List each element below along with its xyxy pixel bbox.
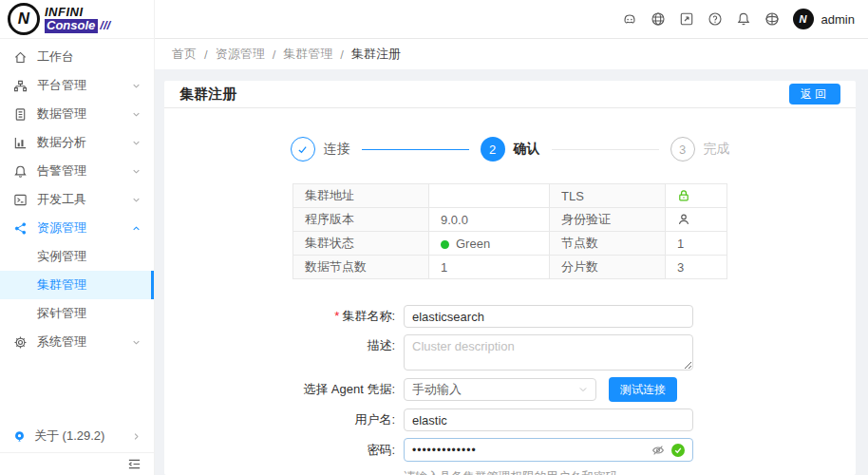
sidebar-item-label: 系统管理: [37, 333, 86, 351]
password-field: [404, 438, 693, 462]
info-label: 集群状态: [293, 232, 429, 256]
sidebar-item-label: 集群管理: [37, 276, 86, 294]
chevron-up-icon: [132, 224, 141, 233]
eye-invisible-icon[interactable]: [651, 444, 665, 457]
sidebar-item-probes[interactable]: 探针管理: [0, 299, 154, 328]
form-row-agent-credential: 选择 Agent 凭据: 手动输入 测试连接: [164, 377, 856, 402]
step-label: 连接: [324, 141, 350, 158]
chevron-down-icon: [132, 110, 141, 119]
green-status-dot: [441, 240, 449, 249]
menu-fold-icon[interactable]: [127, 457, 142, 471]
alert-icon: [13, 164, 28, 179]
table-row: 程序版本 9.0.0 身份验证: [293, 208, 727, 232]
form-hint-row: 请输入具备集群管理权限的用户名和密码: [164, 469, 856, 475]
sidebar-footer: [0, 452, 154, 475]
form-row-username: 用户名:: [164, 408, 856, 431]
sidebar-item-instances[interactable]: 实例管理: [0, 242, 154, 271]
share-icon: [13, 221, 28, 236]
console-link-icon[interactable]: [679, 11, 694, 27]
check-icon: [296, 143, 309, 156]
info-value-tls: [666, 184, 727, 208]
app-root: N INFINI Console /// 工作台 平台管理: [0, 0, 868, 475]
check-circle-icon: [671, 444, 685, 457]
breadcrumb-item[interactable]: 首页: [172, 46, 197, 63]
chevron-right-icon: [132, 432, 141, 441]
chevron-down-icon: [132, 338, 141, 347]
sidebar-item-label: 平台管理: [37, 77, 86, 94]
step-label: 确认: [514, 141, 540, 158]
help-icon[interactable]: [708, 11, 723, 27]
language-icon[interactable]: [764, 11, 780, 27]
info-value-health: Green: [429, 232, 550, 256]
info-value-version: 9.0.0: [429, 208, 550, 232]
chevron-down-icon: [132, 196, 141, 204]
sidebar-item-data-analysis[interactable]: 数据分析: [0, 128, 154, 157]
step-connect: 连接: [291, 137, 350, 162]
cluster-register-card: 集群注册 返回 连接 2: [164, 81, 856, 475]
info-label: 身份验证: [550, 208, 666, 232]
info-label: 节点数: [550, 232, 666, 256]
cluster-name-input[interactable]: [404, 305, 693, 328]
brand-logo[interactable]: N INFINI Console ///: [0, 0, 154, 39]
brand-product: Console: [45, 19, 98, 33]
devtools-icon: [13, 193, 28, 207]
sidebar-item-devtools[interactable]: 开发工具: [0, 185, 154, 214]
required-mark: *: [334, 309, 339, 323]
sidebar-item-resources[interactable]: 资源管理: [0, 214, 154, 242]
sidebar-item-label: 告警管理: [37, 162, 86, 180]
user-menu[interactable]: N admin: [793, 9, 855, 29]
sidebar-item-alerting[interactable]: 告警管理: [0, 157, 154, 185]
info-value-auth: [666, 208, 727, 232]
sidebar-item-workbench[interactable]: 工作台: [0, 43, 154, 71]
info-value-shards: 3: [666, 256, 727, 279]
test-connection-button[interactable]: 测试连接: [609, 377, 677, 402]
sidebar-item-platform[interactable]: 平台管理: [0, 71, 154, 100]
info-label: 数据节点数: [293, 256, 429, 279]
card-body: 连接 2 确认 3 完成: [164, 108, 856, 475]
username-input[interactable]: [404, 408, 693, 431]
step-connector: [362, 149, 469, 150]
breadcrumb-item[interactable]: 集群管理: [283, 46, 332, 63]
form-row-description: 描述:: [164, 334, 856, 370]
info-label: 程序版本: [293, 208, 429, 232]
brand-slashes: ///: [100, 19, 110, 32]
sidebar-item-clusters[interactable]: 集群管理: [0, 271, 154, 299]
description-textarea[interactable]: [404, 334, 693, 370]
info-label: TLS: [550, 184, 666, 208]
sidebar-item-system[interactable]: 系统管理: [0, 328, 154, 356]
sidebar-item-label: 开发工具: [37, 191, 86, 208]
breadcrumb-item[interactable]: 资源管理: [216, 46, 265, 63]
back-button[interactable]: 返回: [789, 84, 840, 104]
table-row: 数据节点数 1 分片数 3: [293, 256, 727, 279]
sidebar-item-label: 探针管理: [37, 305, 86, 322]
step-pending-circle: 3: [670, 137, 695, 162]
infini-logo-icon: N: [8, 3, 40, 35]
step-label: 完成: [704, 141, 730, 158]
breadcrumb: 首页 / 资源管理 / 集群管理 / 集群注册: [155, 39, 868, 69]
chevron-down-icon: [132, 139, 141, 147]
lock-icon: [677, 189, 690, 202]
cluster-form: *集群名称: 描述: 选择 Agent 凭据: 手动输入: [164, 305, 856, 475]
info-label: 分片数: [550, 256, 666, 279]
notification-icon[interactable]: [736, 11, 751, 27]
step-active-circle: 2: [481, 137, 505, 162]
step-done-circle: [291, 137, 315, 162]
select-value: 手动输入: [412, 381, 462, 398]
step-connector: [552, 149, 659, 150]
sidebar-item-data-management[interactable]: 数据管理: [0, 100, 154, 128]
info-value-nodes: 1: [666, 232, 727, 256]
sidebar-item-about[interactable]: 关于 (1.29.2): [0, 422, 154, 450]
sidebar-item-label: 工作台: [37, 48, 74, 66]
cluster-name-label: *集群名称:: [164, 305, 404, 328]
form-row-cluster-name: *集群名称:: [164, 305, 856, 328]
chevron-down-icon: [578, 385, 588, 394]
username: admin: [821, 12, 855, 27]
sidebar-nav: 工作台 平台管理 数据管理: [0, 39, 154, 422]
table-row: 集群地址 TLS: [293, 184, 727, 208]
website-icon[interactable]: [651, 11, 666, 27]
password-input[interactable]: [412, 444, 651, 457]
agent-credential-select[interactable]: 手动输入: [404, 378, 596, 401]
discord-icon[interactable]: [622, 11, 637, 27]
info-value-cluster-address: [429, 184, 550, 208]
user-icon: [677, 213, 690, 226]
